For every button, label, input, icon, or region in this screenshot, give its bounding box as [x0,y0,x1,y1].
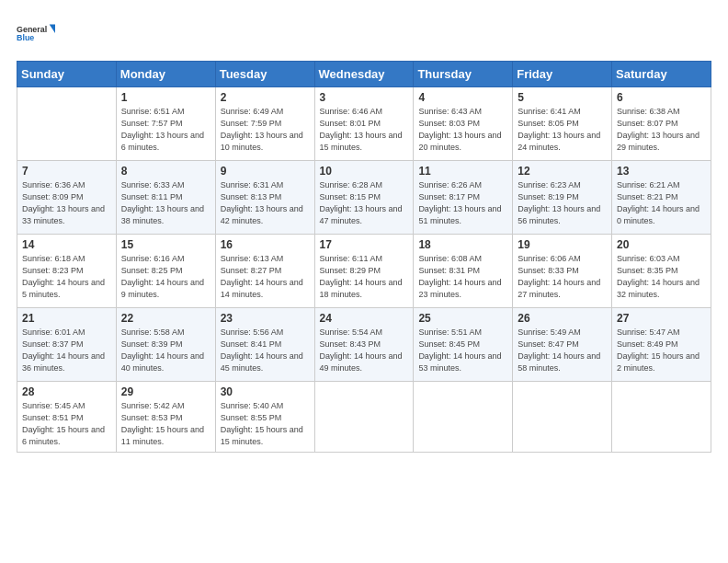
day-info: Sunrise: 6:23 AMSunset: 8:19 PMDaylight:… [518,179,607,227]
day-info: Sunrise: 5:54 AMSunset: 8:43 PMDaylight:… [320,327,409,374]
day-number: 8 [121,165,210,178]
svg-marker-2 [50,25,55,33]
day-cell: 27Sunrise: 5:47 AMSunset: 8:49 PMDayligh… [612,308,711,382]
day-info: Sunrise: 6:11 AMSunset: 8:29 PMDaylight:… [320,253,409,301]
day-info: Sunrise: 6:21 AMSunset: 8:21 PMDaylight:… [617,179,706,227]
day-number: 10 [320,165,409,178]
week-row-2: 7Sunrise: 6:36 AMSunset: 8:09 PMDaylight… [17,161,711,235]
day-cell: 8Sunrise: 6:33 AMSunset: 8:11 PMDaylight… [116,161,215,235]
day-cell: 4Sunrise: 6:43 AMSunset: 8:03 PMDaylight… [414,87,513,161]
day-number: 9 [221,165,310,178]
day-cell: 3Sunrise: 6:46 AMSunset: 8:01 PMDaylight… [314,87,414,161]
day-number: 15 [121,238,210,251]
day-info: Sunrise: 6:51 AMSunset: 7:57 PMDaylight:… [121,106,210,154]
day-cell [314,382,414,453]
day-number: 1 [121,91,210,104]
day-info: Sunrise: 5:45 AMSunset: 8:51 PMDaylight:… [22,400,111,448]
day-info: Sunrise: 5:49 AMSunset: 8:47 PMDaylight:… [518,327,607,374]
day-number: 13 [617,165,706,178]
day-cell: 13Sunrise: 6:21 AMSunset: 8:21 PMDayligh… [612,161,711,235]
day-cell: 1Sunrise: 6:51 AMSunset: 7:57 PMDaylight… [116,87,215,161]
day-number: 6 [617,91,706,104]
day-cell: 28Sunrise: 5:45 AMSunset: 8:51 PMDayligh… [17,382,117,453]
day-info: Sunrise: 6:16 AMSunset: 8:25 PMDaylight:… [121,253,210,301]
day-info: Sunrise: 6:33 AMSunset: 8:11 PMDaylight:… [121,179,210,227]
day-number: 2 [221,91,310,104]
day-info: Sunrise: 6:03 AMSunset: 8:35 PMDaylight:… [617,253,706,301]
week-row-4: 21Sunrise: 6:01 AMSunset: 8:37 PMDayligh… [17,308,711,382]
day-cell: 15Sunrise: 6:16 AMSunset: 8:25 PMDayligh… [116,235,215,308]
day-cell: 2Sunrise: 6:49 AMSunset: 7:59 PMDaylight… [215,87,314,161]
day-info: Sunrise: 5:51 AMSunset: 8:45 PMDaylight:… [418,327,507,374]
day-number: 14 [22,238,111,251]
week-row-1: 1Sunrise: 6:51 AMSunset: 7:57 PMDaylight… [17,87,711,161]
day-number: 5 [518,91,607,104]
day-number: 12 [518,165,607,178]
calendar-table: SundayMondayTuesdayWednesdayThursdayFrid… [17,61,711,453]
day-cell: 11Sunrise: 6:26 AMSunset: 8:17 PMDayligh… [414,161,513,235]
day-cell: 25Sunrise: 5:51 AMSunset: 8:45 PMDayligh… [414,308,513,382]
header-col-sunday: Sunday [17,62,117,87]
day-cell: 7Sunrise: 6:36 AMSunset: 8:09 PMDaylight… [17,161,117,235]
day-number: 7 [22,165,111,178]
day-info: Sunrise: 6:08 AMSunset: 8:31 PMDaylight:… [418,253,507,301]
day-cell: 14Sunrise: 6:18 AMSunset: 8:23 PMDayligh… [17,235,117,308]
day-info: Sunrise: 5:47 AMSunset: 8:49 PMDaylight:… [617,327,706,374]
day-number: 25 [418,312,507,325]
day-info: Sunrise: 6:31 AMSunset: 8:13 PMDaylight:… [221,179,310,227]
day-number: 18 [418,238,507,251]
header-col-monday: Monday [116,62,215,87]
day-number: 20 [617,238,706,251]
day-info: Sunrise: 6:43 AMSunset: 8:03 PMDaylight:… [418,106,507,154]
day-info: Sunrise: 6:26 AMSunset: 8:17 PMDaylight:… [418,179,507,227]
day-cell: 20Sunrise: 6:03 AMSunset: 8:35 PMDayligh… [612,235,711,308]
day-number: 28 [22,385,111,398]
day-cell: 30Sunrise: 5:40 AMSunset: 8:55 PMDayligh… [215,382,314,453]
day-number: 3 [320,91,409,104]
header: General Blue [17,17,711,50]
day-info: Sunrise: 6:28 AMSunset: 8:15 PMDaylight:… [320,179,409,227]
day-info: Sunrise: 6:46 AMSunset: 8:01 PMDaylight:… [320,106,409,154]
day-info: Sunrise: 6:13 AMSunset: 8:27 PMDaylight:… [221,253,310,301]
day-number: 16 [221,238,310,251]
day-number: 27 [617,312,706,325]
day-cell: 29Sunrise: 5:42 AMSunset: 8:53 PMDayligh… [116,382,215,453]
day-cell: 9Sunrise: 6:31 AMSunset: 8:13 PMDaylight… [215,161,314,235]
day-cell: 22Sunrise: 5:58 AMSunset: 8:39 PMDayligh… [116,308,215,382]
day-number: 23 [221,312,310,325]
day-number: 4 [418,91,507,104]
day-cell: 17Sunrise: 6:11 AMSunset: 8:29 PMDayligh… [314,235,414,308]
week-row-5: 28Sunrise: 5:45 AMSunset: 8:51 PMDayligh… [17,382,711,453]
day-info: Sunrise: 6:06 AMSunset: 8:33 PMDaylight:… [518,253,607,301]
day-info: Sunrise: 6:01 AMSunset: 8:37 PMDaylight:… [22,327,111,374]
day-cell [612,382,711,453]
day-number: 29 [121,385,210,398]
header-col-wednesday: Wednesday [314,62,414,87]
day-info: Sunrise: 6:41 AMSunset: 8:05 PMDaylight:… [518,106,607,154]
day-number: 22 [121,312,210,325]
header-col-friday: Friday [513,62,612,87]
day-number: 19 [518,238,607,251]
day-cell: 5Sunrise: 6:41 AMSunset: 8:05 PMDaylight… [513,87,612,161]
logo-svg: General Blue [17,17,55,50]
day-number: 11 [418,165,507,178]
day-cell: 21Sunrise: 6:01 AMSunset: 8:37 PMDayligh… [17,308,117,382]
day-number: 26 [518,312,607,325]
header-col-tuesday: Tuesday [215,62,314,87]
day-cell: 19Sunrise: 6:06 AMSunset: 8:33 PMDayligh… [513,235,612,308]
day-cell: 23Sunrise: 5:56 AMSunset: 8:41 PMDayligh… [215,308,314,382]
day-info: Sunrise: 6:36 AMSunset: 8:09 PMDaylight:… [22,179,111,227]
day-info: Sunrise: 5:58 AMSunset: 8:39 PMDaylight:… [121,327,210,374]
svg-text:General: General [17,25,47,34]
logo: General Blue [17,17,55,50]
week-row-3: 14Sunrise: 6:18 AMSunset: 8:23 PMDayligh… [17,235,711,308]
day-info: Sunrise: 5:56 AMSunset: 8:41 PMDaylight:… [221,327,310,374]
day-info: Sunrise: 6:18 AMSunset: 8:23 PMDaylight:… [22,253,111,301]
day-info: Sunrise: 6:49 AMSunset: 7:59 PMDaylight:… [221,106,310,154]
day-info: Sunrise: 6:38 AMSunset: 8:07 PMDaylight:… [617,106,706,154]
day-info: Sunrise: 5:42 AMSunset: 8:53 PMDaylight:… [121,400,210,448]
day-cell [414,382,513,453]
day-number: 30 [221,385,310,398]
day-cell [513,382,612,453]
day-cell [17,87,117,161]
